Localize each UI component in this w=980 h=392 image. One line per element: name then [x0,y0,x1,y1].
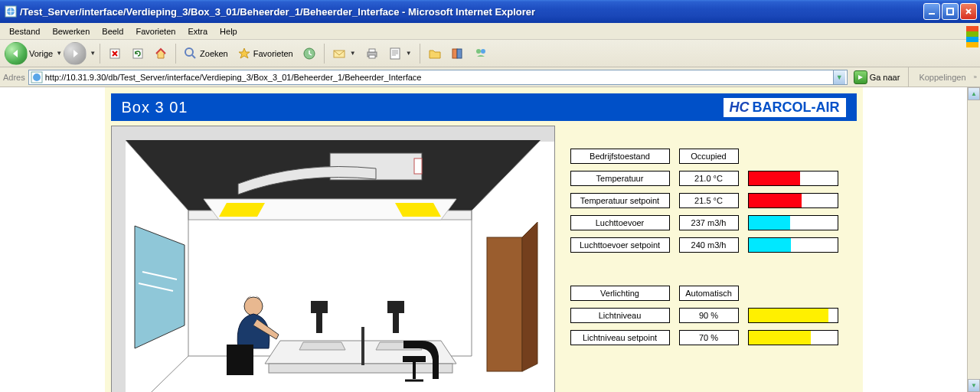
history-button[interactable] [299,43,320,64]
svg-rect-42 [361,327,364,365]
control-bar [748,193,838,208]
control-label: Bedrijfstoestand [570,149,670,164]
home-button[interactable] [150,43,172,64]
stop-button[interactable] [104,43,126,64]
viewport: Box 3 01 HC BARCOL-AIR [0,87,980,392]
svg-rect-13 [452,49,457,58]
control-bar [748,308,838,323]
control-value[interactable]: Automatisch [679,286,739,301]
svg-rect-46 [387,301,404,313]
edit-button[interactable]: ▼ [384,43,416,64]
svg-rect-2 [929,13,935,15]
go-button[interactable]: Ga naar [851,70,903,85]
address-bar: Adres ▼ Ga naar Koppelingen » [0,67,980,87]
ie-page-icon [31,71,43,83]
control-row: VerlichtingAutomatisch [570,286,857,301]
titlebar: /Test_Server/interface/Verdieping_3/Box_… [0,0,980,23]
svg-rect-45 [393,310,399,333]
address-label: Adres [3,73,25,82]
control-label: Temperatuur setpoint [570,193,670,208]
page-header: Box 3 01 HC BARCOL-AIR [111,93,857,121]
refresh-button[interactable] [127,43,149,64]
control-value[interactable]: 21.0 °C [679,171,739,186]
search-button[interactable]: Zoeken [180,43,232,64]
control-row: Lichtniveau setpoint70 % [570,330,857,345]
svg-rect-14 [457,49,462,58]
svg-rect-11 [369,55,375,58]
controls-panel: BedrijfstoestandOccupiedTemperatuur21.0 … [570,126,857,392]
control-row: Luchttoevoer237 m3/h [570,215,857,230]
svg-point-15 [476,49,481,54]
svg-rect-24 [414,158,422,174]
toolbar: Vorige ▼ ▼ Zoeken Favorieten ▼ ▼ [0,40,980,67]
svg-rect-38 [487,237,522,371]
go-icon [854,70,867,84]
control-row: Temperatuur setpoint21.5 °C [570,193,857,208]
svg-point-6 [185,48,193,56]
menu-help[interactable]: Help [214,25,243,38]
control-bar [748,330,838,345]
svg-rect-50 [227,345,253,375]
control-row: Temperatuur21.0 °C [570,171,857,186]
control-label: Lichtniveau [570,308,670,323]
mail-button[interactable]: ▼ [328,43,360,64]
control-value[interactable]: 237 m3/h [679,215,739,230]
room-title: Box 3 01 [122,99,188,116]
scroll-up-icon[interactable]: ▲ [968,87,980,100]
menubar: Bestand Bewerken Beeld Favorieten Extra … [0,23,980,40]
svg-rect-20 [112,126,555,142]
svg-point-49 [244,297,263,315]
favorites-button[interactable]: Favorieten [234,43,297,64]
control-label: Verlichting [570,286,670,301]
print-button[interactable] [361,43,383,64]
close-button[interactable] [960,3,977,20]
folder-button[interactable] [424,43,446,64]
logo: HC BARCOL-AIR [724,98,846,117]
control-row: BedrijfstoestandOccupied [570,149,857,164]
address-input-container[interactable]: ▼ [28,70,848,85]
back-button[interactable] [5,42,28,65]
control-label: Luchttoevoer [570,215,670,230]
control-row: Lichtniveau90 % [570,308,857,323]
control-value[interactable]: 70 % [679,330,739,345]
menu-extra[interactable]: Extra [181,25,214,38]
control-value[interactable]: 90 % [679,308,739,323]
vertical-scrollbar[interactable]: ▲ ▼ [967,87,980,392]
svg-rect-3 [947,8,953,15]
control-label: Temperatuur [570,171,670,186]
control-value[interactable]: 240 m3/h [679,237,739,253]
scroll-down-icon[interactable]: ▼ [968,379,980,392]
page-content: Box 3 01 HC BARCOL-AIR [0,87,967,392]
fwd-dropdown-icon[interactable]: ▼ [90,50,96,57]
window-buttons [923,0,980,23]
maximize-button[interactable] [942,3,959,20]
svg-marker-27 [219,203,265,217]
window-title: /Test_Server/interface/Verdieping_3/Box_… [20,6,923,18]
forward-button[interactable] [64,42,87,65]
back-label[interactable]: Vorige [29,49,53,58]
messenger-button[interactable] [470,43,492,64]
links-chevron-icon[interactable]: » [974,74,977,80]
control-bar [748,237,838,253]
menu-bewerken[interactable]: Bewerken [46,25,96,38]
menu-favorieten[interactable]: Favorieten [129,25,181,38]
links-label[interactable]: Koppelingen [914,73,970,82]
address-dropdown-icon[interactable]: ▼ [833,70,845,84]
svg-marker-47 [299,342,345,350]
control-label: Lichtniveau setpoint [570,330,670,345]
svg-rect-44 [311,301,328,313]
control-value[interactable]: 21.5 °C [679,193,739,208]
back-dropdown-icon[interactable]: ▼ [56,50,62,57]
svg-rect-10 [369,49,375,52]
svg-point-16 [481,49,485,54]
control-label: Luchttoevoer setpoint [570,237,670,253]
menu-beeld[interactable]: Beeld [96,25,129,38]
svg-rect-51 [403,356,426,362]
address-input[interactable] [45,73,833,82]
control-value[interactable]: Occupied [679,149,739,164]
menu-bestand[interactable]: Bestand [3,25,46,38]
minimize-button[interactable] [923,3,940,20]
research-button[interactable] [447,43,469,64]
scroll-thumb[interactable] [968,100,980,379]
svg-rect-41 [269,364,452,373]
